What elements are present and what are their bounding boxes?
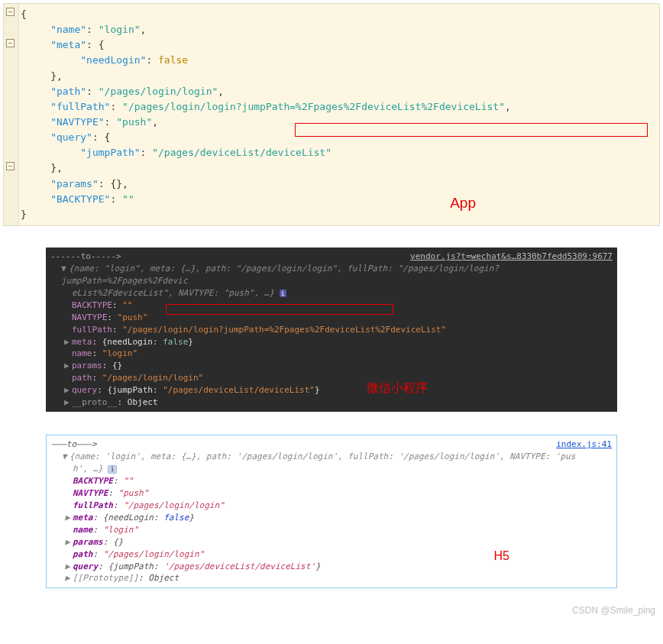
info-chip-icon[interactable]: i xyxy=(280,290,286,297)
log-header: ———to———> xyxy=(51,439,97,449)
expand-icon[interactable]: ▶ xyxy=(64,336,72,348)
source-link[interactable]: vendor.js?t=wechat&s…8330b7fedd5309:9677 xyxy=(410,251,613,263)
expand-icon[interactable]: ▶ xyxy=(65,572,73,584)
app-json-panel: − − − { "name": "login", "meta": { "need… xyxy=(3,3,660,226)
log-header: ------to-----> xyxy=(50,251,121,261)
expand-icon[interactable]: ▼ xyxy=(62,451,70,463)
source-link[interactable]: index.js:41 xyxy=(556,439,612,451)
info-chip-icon[interactable]: i xyxy=(108,465,116,474)
watermark: CSDN @Smile_ping xyxy=(0,604,663,622)
fold-icon[interactable]: − xyxy=(6,8,15,16)
h5-devtools-panel: ———to———>index.js:41 ▼{name: 'login', me… xyxy=(46,435,617,588)
app-label: App xyxy=(450,192,476,214)
wechat-devtools-panel: ------to----->vendor.js?t=wechat&s…8330b… xyxy=(46,248,617,412)
h5-label: H5 xyxy=(494,547,509,565)
code-body: { "name": "login", "meta": { "needLogin"… xyxy=(21,7,659,222)
expand-icon[interactable]: ▶ xyxy=(64,384,72,396)
expand-icon[interactable]: ▶ xyxy=(65,561,73,573)
fold-icon[interactable]: − xyxy=(6,39,15,47)
expand-icon[interactable]: ▶ xyxy=(64,360,72,372)
gutter: − − − xyxy=(4,4,19,225)
highlight-box xyxy=(166,304,393,315)
highlight-box xyxy=(295,123,648,137)
expand-icon[interactable]: ▶ xyxy=(65,512,73,524)
expand-icon[interactable]: ▶ xyxy=(64,396,72,409)
wechat-label: 微信小程序 xyxy=(367,379,428,396)
expand-icon[interactable]: ▶ xyxy=(65,536,73,549)
expand-icon[interactable]: ▼ xyxy=(61,263,69,275)
fold-icon[interactable]: − xyxy=(6,162,15,170)
